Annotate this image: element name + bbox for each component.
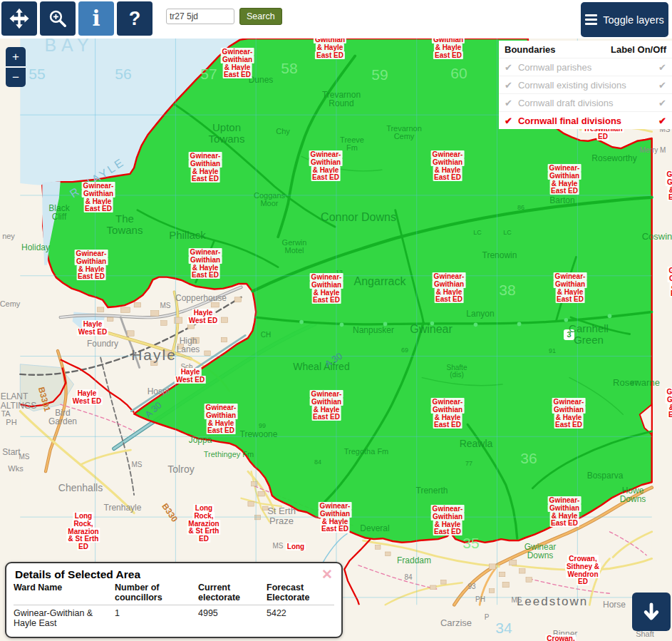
layer-row[interactable]: ✔Cornwall parishes✔ — [499, 58, 672, 76]
layer-rows: ✔Cornwall parishes✔✔Cornwall existing di… — [499, 58, 672, 129]
info-icon: i — [92, 6, 100, 31]
details-title: Details of Selected Area — [15, 568, 341, 581]
zoom-out-button[interactable]: − — [6, 68, 26, 87]
layer-row[interactable]: ✔Cornwall final divisions✔ — [499, 111, 672, 129]
table-cell: Gwinear-Gwithian & Hayle East — [14, 608, 115, 628]
search-button[interactable]: Search — [239, 8, 282, 25]
layers-panel-title: Boundaries — [505, 44, 556, 55]
table-cell: 4995 — [198, 608, 267, 628]
label-onoff-check-icon[interactable]: ✔ — [658, 62, 666, 73]
pan-icon — [7, 6, 31, 31]
layers-panel: Boundaries Label On/Off ✔Cornwall parish… — [499, 41, 672, 129]
label-onoff-check-icon[interactable]: ✔ — [658, 116, 666, 126]
app: 3 BAYR HAYLE55565758596038363534Upton To… — [0, 0, 672, 641]
table-header-row: Ward NameNumber of councillorsCurrent el… — [14, 583, 334, 605]
table-header-cell: Number of councillors — [115, 583, 198, 602]
label-onoff-check-icon[interactable]: ✔ — [658, 80, 666, 91]
table-row: Gwinear-Gwithian & Hayle East149955422 — [14, 605, 334, 628]
help-icon: ? — [129, 8, 141, 30]
layer-row[interactable]: ✔Cornwall draft divisions✔ — [499, 93, 672, 111]
layer-check-icon[interactable]: ✔ — [505, 116, 512, 126]
layer-check-icon[interactable]: ✔ — [505, 80, 512, 91]
layer-label: Cornwall draft divisions — [518, 98, 614, 108]
hamburger-icon — [585, 14, 597, 25]
table-header-cell: Current electorate — [198, 583, 267, 602]
table-cell: 1 — [115, 608, 198, 628]
info-button[interactable]: i — [78, 1, 114, 36]
magnifier-plus-icon — [46, 7, 69, 30]
table-cell: 5422 — [267, 608, 334, 628]
table-header-cell: Forecast Electorate — [267, 583, 334, 602]
pan-button[interactable] — [1, 1, 37, 36]
layer-row[interactable]: ✔Cornwall existing divisions✔ — [499, 76, 672, 93]
table-header-cell: Ward Name — [14, 583, 115, 602]
toggle-layers-label: Toggle layers — [603, 14, 663, 26]
search-input[interactable] — [166, 9, 234, 24]
zoom-tool-button[interactable] — [40, 1, 76, 36]
details-table: Ward NameNumber of councillorsCurrent el… — [14, 583, 334, 628]
close-icon[interactable]: ✕ — [321, 568, 333, 581]
details-panel: Details of Selected Area ✕ Ward NameNumb… — [5, 562, 343, 638]
layer-label: Cornwall parishes — [518, 62, 591, 73]
label-onoff-check-icon[interactable]: ✔ — [658, 98, 666, 108]
down-arrow-icon — [641, 601, 662, 622]
help-button[interactable]: ? — [117, 1, 153, 36]
layers-panel-right-title: Label On/Off — [611, 44, 666, 55]
layer-check-icon[interactable]: ✔ — [505, 62, 512, 73]
layer-check-icon[interactable]: ✔ — [505, 98, 512, 108]
zoom-in-button[interactable]: + — [6, 47, 26, 66]
zoom-control: + − — [6, 47, 26, 87]
pan-down-button[interactable] — [632, 593, 671, 631]
toggle-layers-button[interactable]: Toggle layers — [581, 2, 668, 37]
layer-label: Cornwall existing divisions — [518, 80, 626, 91]
layer-label: Cornwall final divisions — [518, 116, 621, 126]
